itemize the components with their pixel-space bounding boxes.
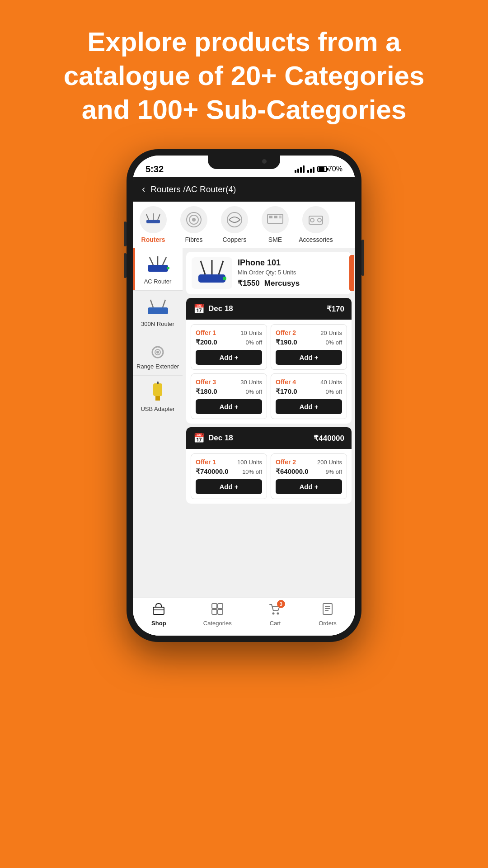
sidebar-label-300n: 300N Router: [141, 321, 174, 327]
add-button-1-3[interactable]: Add +: [196, 399, 262, 414]
product-brand: Mercusys: [264, 279, 300, 288]
offer-section-2: 📅 Dec 18 ₹440000 Offer 1 100 Units: [186, 427, 352, 504]
offer-header-1: 📅 Dec 18 ₹170: [186, 298, 352, 320]
svg-rect-21: [148, 307, 168, 314]
offer-discount-1-4: 0% off: [325, 388, 342, 395]
sidebar-item-ac-router[interactable]: AC Router: [133, 248, 183, 291]
offer-top-1-1: Offer 1 10 Units: [196, 329, 262, 336]
battery-icon: [317, 166, 327, 172]
product-area: IPhone 101 Min Order Qty: 5 Units ₹1550 …: [183, 248, 355, 598]
category-routers[interactable]: Routers: [133, 206, 174, 243]
sidebar-item-range-extender[interactable]: Range Extender: [133, 333, 183, 376]
categories-icon: [211, 603, 224, 618]
offer-tag-1-1: Offer 1: [196, 329, 216, 336]
battery-percent: 70%: [328, 165, 343, 173]
add-button-1-1[interactable]: Add +: [196, 350, 262, 365]
nav-categories[interactable]: Categories: [203, 603, 232, 627]
offer-units-2-1: 100 Units: [237, 459, 262, 466]
svg-rect-0: [146, 220, 160, 223]
offer-item-price-2-1: ₹740000.0: [196, 467, 229, 476]
offer-discount-1-2: 0% off: [325, 339, 342, 346]
offer-item-price-2-2: ₹640000.0: [276, 467, 309, 476]
offer-card-1-1: Offer 1 10 Units ₹200.0 0% off Add +: [191, 324, 267, 370]
svg-rect-16: [148, 265, 168, 272]
offer-section-1: 📅 Dec 18 ₹170 Offer 1 10 Units: [186, 298, 352, 424]
offer-item-price-1-2: ₹190.0: [276, 338, 297, 346]
range-extender-icon: [143, 339, 173, 361]
main-content: AC Router 300N Router: [133, 248, 355, 598]
offer-units-2-2: 200 Units: [317, 459, 342, 466]
svg-point-20: [167, 267, 169, 269]
svg-rect-13: [309, 216, 323, 224]
phone-body: 5:32 70%: [127, 149, 361, 642]
offer-price-row-2-1: ₹740000.0 10% off: [196, 467, 262, 476]
nav-shop[interactable]: Shop: [151, 603, 166, 627]
svg-rect-11: [279, 216, 282, 217]
shop-icon: [152, 603, 165, 618]
offer-discount-2-1: 10% off: [242, 468, 262, 475]
add-button-1-2[interactable]: Add +: [276, 350, 342, 365]
accessories-icon: [302, 206, 329, 233]
category-coppers[interactable]: Coppers: [214, 206, 255, 243]
category-accessories[interactable]: Accessories: [296, 206, 336, 243]
back-button[interactable]: ‹: [142, 184, 145, 195]
breadcrumb: Routers /AC Router(4): [150, 184, 236, 194]
battery-indicator: 70%: [317, 165, 343, 173]
svg-point-41: [272, 613, 274, 615]
sidebar-label-ac-router: AC Router: [144, 278, 172, 285]
product-price: ₹1550: [238, 278, 260, 288]
calendar-icon-2: 📅: [193, 433, 205, 443]
offer-units-1-1: 10 Units: [240, 330, 262, 336]
nav-cart[interactable]: 3 Cart: [269, 603, 282, 627]
sidebar-label-range-extender: Range Extender: [136, 363, 179, 370]
svg-rect-30: [198, 274, 225, 283]
hero-title: Explore products from a catalogue of 20+…: [36, 25, 452, 127]
offer-price-row-1-1: ₹200.0 0% off: [196, 338, 262, 346]
cart-badge: 3: [277, 600, 285, 608]
add-button-2-2[interactable]: Add +: [276, 479, 342, 494]
left-sidebar: AC Router 300N Router: [133, 248, 183, 598]
category-fibres[interactable]: Fibres: [174, 206, 214, 243]
product-header-card: IPhone 101 Min Order Qty: 5 Units ₹1550 …: [186, 252, 352, 294]
nav-cart-label: Cart: [270, 620, 281, 627]
offer-date-2: Dec 18: [208, 434, 233, 443]
app-header: ‹ Routers /AC Router(4): [133, 177, 355, 202]
product-price-brand: ₹1550 Mercusys: [238, 278, 346, 288]
category-sme[interactable]: SME: [255, 206, 296, 243]
svg-rect-29: [157, 382, 159, 384]
calendar-icon-1: 📅: [193, 303, 205, 314]
svg-line-1: [146, 214, 149, 220]
product-name: IPhone 101: [238, 258, 346, 268]
offer-card-1-4: Offer 4 40 Units ₹170.0 0% off Add +: [271, 373, 347, 419]
svg-rect-9: [269, 216, 272, 218]
add-button-1-4[interactable]: Add +: [276, 399, 342, 414]
signal-icon: [295, 165, 305, 173]
phone-screen: 5:32 70%: [133, 156, 355, 636]
cart-wrapper: 3: [269, 603, 282, 618]
category-fibres-label: Fibres: [185, 236, 203, 243]
product-image: [192, 257, 232, 289]
battery-fill: [319, 167, 324, 171]
svg-point-6: [192, 218, 196, 222]
offer-tag-1-3: Offer 3: [196, 378, 216, 386]
offer-header-left-1: 📅 Dec 18: [193, 303, 233, 314]
nav-orders[interactable]: Orders: [319, 603, 337, 627]
offer-item-price-1-1: ₹200.0: [196, 338, 217, 346]
offer-discount-2-2: 9% off: [325, 468, 342, 475]
svg-line-17: [150, 257, 153, 265]
svg-rect-35: [153, 607, 164, 614]
add-button-2-1[interactable]: Add +: [196, 479, 262, 494]
offer-header-price-2: ₹440000: [314, 434, 344, 443]
signal-icon-2: [307, 165, 314, 173]
sidebar-item-300n[interactable]: 300N Router: [133, 291, 183, 333]
sidebar-item-usb-adapter[interactable]: USB Adapter: [133, 376, 183, 418]
category-routers-label: Routers: [141, 236, 165, 243]
sme-icon: [262, 206, 289, 233]
vol-up-button: [124, 222, 127, 246]
offer-price-row-1-2: ₹190.0 0% off: [276, 338, 342, 346]
category-accessories-label: Accessories: [299, 236, 333, 243]
svg-line-19: [163, 257, 166, 265]
svg-rect-27: [153, 383, 162, 396]
svg-line-3: [158, 214, 160, 220]
svg-point-34: [223, 277, 226, 280]
